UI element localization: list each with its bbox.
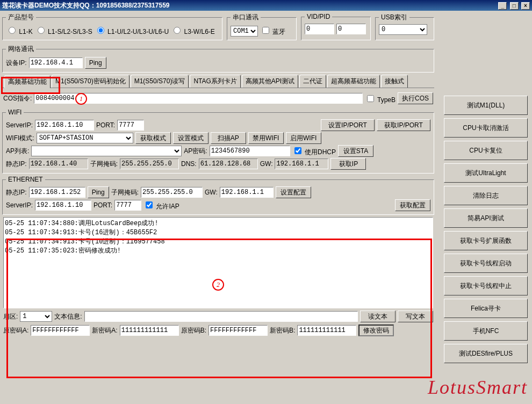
ap-pwd-input[interactable] [210,146,290,156]
tab-4[interactable]: 高频其他API测试 [242,75,298,88]
vid-input[interactable] [305,24,334,34]
get-ip-port-button[interactable]: 获取IP/PORT [377,119,430,131]
set-mode-button[interactable]: 设置模式 [173,132,209,144]
radio-l3w[interactable]: L3-W/L6-E [171,25,215,35]
old-pwd-b-input[interactable] [209,325,268,336]
eth-srvip-label: ServerIP: [6,201,33,209]
side-btn-9[interactable]: Felica寻卡 [444,299,528,318]
watermark: LotusSmart [428,376,528,399]
ethernet-group: ETHERNET 静态IP: Ping 子网掩码: GW: 设置配置 Serve… [2,176,434,215]
text-info-input[interactable] [84,311,358,322]
radio-l1u[interactable]: L1-U/L2-U/L3-U/L6-U [95,25,169,35]
side-btn-4[interactable]: 清除日志 [444,186,528,205]
com-port-select[interactable]: COM1 [231,26,258,37]
tab-5[interactable]: 二代证 [299,75,326,88]
eth-mask-label: 子网掩码: [111,188,139,197]
side-btn-7[interactable]: 获取卡号线程启动 [444,254,528,273]
change-pwd-button[interactable]: 修改密码 [358,324,394,336]
minimize-icon[interactable]: _ [498,2,507,10]
wifi-mask-input[interactable] [120,158,179,169]
eth-mask-input[interactable] [141,187,203,198]
usb-index-select[interactable]: 0 [379,24,427,35]
get-mode-button[interactable]: 获取模式 [135,132,171,144]
eth-ping-button[interactable]: Ping [88,186,109,198]
tab-3[interactable]: NTAG系列卡片 [190,75,240,88]
wifi-mode-select[interactable]: SOFTAP+STASION [37,133,133,143]
tab-0[interactable]: 高频基础功能 [4,75,51,88]
new-pwd-a-input[interactable] [120,325,179,336]
side-btn-6[interactable]: 获取卡号扩展函数 [444,231,528,250]
pid-input[interactable] [336,24,366,34]
disable-wifi-button[interactable]: 禁用WIFI [248,132,284,144]
side-btn-8[interactable]: 获取卡号线程中止 [444,276,528,295]
text-info-label: 文本信息: [54,312,82,321]
side-btn-0[interactable]: 测试M1(DLL) [444,96,528,115]
sidebar: 测试M1(DLL)CPU卡取消激活CPU卡复位测试UltraLight清除日志简… [444,96,529,366]
wifi-srvip-label: ServerIP: [6,121,33,129]
wifi-dns-input[interactable] [199,158,258,169]
allow-iap-check[interactable]: 允许IAP [143,200,179,211]
tab-6[interactable]: 超高频基础功能 [327,75,380,88]
new-pwd-b-input[interactable] [297,325,356,336]
window-controls: _ □ × [497,0,530,11]
sector-select[interactable]: 1 [20,311,52,322]
cos-cmd-input[interactable] [34,93,363,104]
eth-port-input[interactable] [114,200,141,211]
wifi-gw-label: GW: [260,160,273,168]
exec-cos-button[interactable]: 执行COS [398,92,433,104]
ap-list-label: AP列表: [6,147,29,156]
dhcp-check[interactable]: 使用DHCP [292,146,336,157]
usb-index-group: USB索引 0 [375,13,434,40]
typeb-check[interactable]: TypeB [365,93,396,104]
set-ip-port-button[interactable]: 设置IP/PORT [321,119,375,131]
tab-1[interactable]: M1(S50/S70)密码初始化 [52,75,130,88]
new-pwd-a-label: 新密码A: [92,326,117,335]
tab-2[interactable]: M1(S50/S70)读写 [131,75,189,88]
wifi-port-label: PORT: [96,121,115,129]
old-pwd-a-input[interactable] [31,325,90,336]
window-title: 莲花读卡器DEMO技术支持QQ：1091856388/2375317559 [2,0,169,11]
get-config-button[interactable]: 获取配置 [395,199,430,211]
eth-sip-label: 静态IP: [6,188,27,197]
radio-l1s[interactable]: L1-S/L2-S/L3-S [35,25,92,35]
device-ip-input[interactable] [29,57,83,68]
maximize-icon[interactable]: □ [510,2,519,10]
side-btn-11[interactable]: 测试DESfire/PLUS [444,344,528,363]
network-legend: 网络通讯 [6,45,36,54]
network-group: 网络通讯 设备IP: Ping [2,45,434,73]
product-model-group: 产品型号 L1-K L1-S/L2-S/L3-S L1-U/L2-U/L3-U/… [2,13,222,40]
vidpid-legend: VID/PID [305,13,332,20]
eth-sip-input[interactable] [29,187,85,198]
ping-button[interactable]: Ping [85,57,106,69]
wifi-sip-input[interactable] [29,158,88,169]
set-config-button[interactable]: 设置配置 [276,186,311,198]
eth-srvip-input[interactable] [35,200,91,211]
old-pwd-a-label: 原密码A: [3,326,28,335]
eth-port-label: PORT: [94,201,112,209]
side-btn-1[interactable]: CPU卡取消激活 [444,118,528,138]
write-text-button[interactable]: 写文本 [398,311,433,322]
scan-ap-button[interactable]: 扫描AP [211,132,246,144]
tab-7[interactable]: 接触式 [381,75,408,88]
set-sta-button[interactable]: 设置STA [338,145,373,157]
radio-l1k[interactable]: L1-K [6,25,33,35]
wifi-group: WIFI ServerIP: PORT: 设置IP/PORT 获取IP/PORT… [2,109,434,174]
log-output[interactable]: 05-25 11:07:34:880:调用LotusCardBeep成功! 05… [3,217,433,308]
side-btn-2[interactable]: CPU卡复位 [444,141,528,160]
wifi-dns-label: DNS: [181,160,197,168]
enable-wifi-button[interactable]: 启用WIFI [286,132,321,144]
ap-list-select[interactable] [31,146,182,156]
device-ip-label: 设备IP: [6,59,27,68]
serial-group: 串口通讯 COM1 蓝牙 [227,13,297,40]
bluetooth-check[interactable]: 蓝牙 [260,25,285,37]
wifi-gw-input[interactable] [275,158,328,169]
side-btn-3[interactable]: 测试UltraLight [444,163,528,183]
read-text-button[interactable]: 读文本 [360,311,396,322]
side-btn-10[interactable]: 手机NFC [444,321,528,341]
side-btn-5[interactable]: 简易API测试 [444,208,528,228]
close-icon[interactable]: × [521,2,530,10]
eth-gw-input[interactable] [220,187,274,198]
wifi-port-input[interactable] [117,120,144,131]
get-ip-button[interactable]: 获取IP [330,158,366,170]
wifi-srvip-input[interactable] [35,120,94,131]
